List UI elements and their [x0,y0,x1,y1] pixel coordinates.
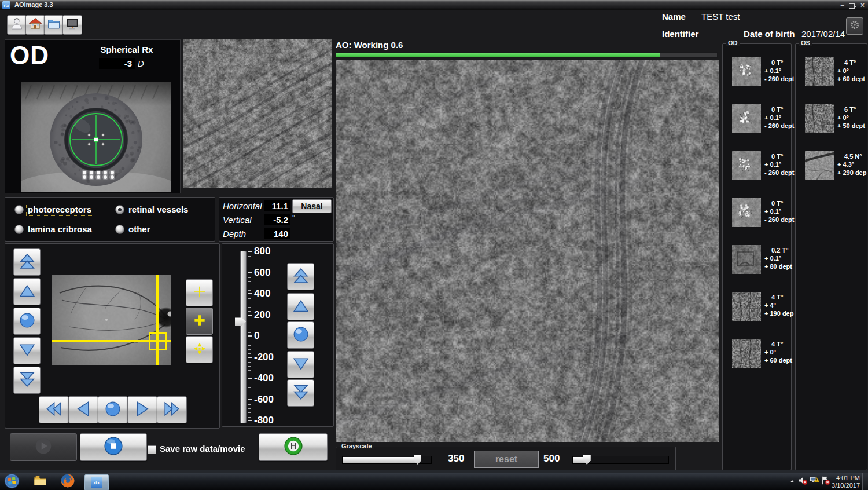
live-view-button[interactable] [62,15,82,35]
move-up-fast-button[interactable] [13,248,41,276]
depth-scale-minor-tick [248,307,251,308]
fundus-map[interactable] [52,275,171,365]
aoimage-app-icon: rtx [91,477,102,488]
grayscale-min-slider[interactable] [342,456,432,464]
radio-retinal-vessels[interactable]: retinal vessels [115,204,188,214]
od-thumbnail-item[interactable]: 0 T°+ 0.1°- 260 dept [731,104,791,136]
network-warning-tray-icon[interactable] [809,476,820,487]
tray-expand-icon[interactable] [789,478,796,485]
navigation-group [5,243,220,429]
move-right-fast-button[interactable] [157,396,187,423]
thumbnail-label: 0.2 T°+ 0.1°+ 80 dept [764,246,795,270]
move-up-button[interactable] [13,278,41,305]
taskbar-clock[interactable]: 4:01 PM 3/10/2017 [825,474,860,489]
radio-icon [115,205,124,214]
settings-button[interactable] [846,17,863,35]
right-arrow-icon [134,400,151,420]
thumbnail-label: 4 T°+ 0°+ 60 dept [764,340,795,364]
radio-lamina-cribrosa[interactable]: lamina cribrosa [14,224,92,234]
od-thumbnail-item[interactable]: 0 T°+ 0.1°- 260 dept [731,198,791,229]
grayscale-group: Grayscale 350 reset 500 [336,447,676,471]
network-warning-icon [809,475,820,488]
start-button[interactable] [4,474,20,490]
home-button[interactable] [25,15,45,35]
patient-button[interactable] [7,15,27,35]
dob-value: 2017/02/14 [801,29,845,39]
radio-icon [14,225,24,234]
move-left-button[interactable] [68,396,98,423]
move-right-button[interactable] [127,396,157,423]
os-panel-label: OS [799,39,812,46]
od-thumbnail-item[interactable]: 0 T°+ 0.1°- 260 dept [731,57,791,89]
open-folder-button[interactable] [44,15,64,35]
small-fov-button[interactable] [186,279,213,306]
stop-button[interactable] [80,433,147,461]
depth-value: 140 [264,228,290,239]
depth-down-button[interactable] [287,351,314,378]
application-window: rtx AOimage 3.3 − × Name TEST test Ident… [0,0,868,490]
close-button[interactable]: × [860,1,865,9]
reset-button[interactable]: reset [474,451,539,468]
od-panel-label: OD [726,39,740,46]
left-arrow-icon [75,400,92,420]
save-raw-checkbox[interactable] [148,445,156,454]
firefox-taskbar-icon[interactable] [60,474,75,489]
title-bar: rtx AOimage 3.3 − × [0,0,868,10]
thumbnail-image [805,151,834,180]
depth-scale-minor-tick [248,392,251,392]
crosshair-vertical-line [156,275,159,365]
show-desktop-button[interactable] [862,473,868,490]
large-fov-button[interactable] [186,336,213,363]
os-thumbnail-item[interactable]: 4.5 N°+ 4.3°+ 290 dep [804,151,864,182]
depth-slider-track[interactable] [240,251,247,423]
depth-label: Depth [223,229,246,239]
minimize-button[interactable]: − [840,1,844,9]
medium-fov-button[interactable] [186,308,213,335]
depth-down-fast-button[interactable] [287,379,314,407]
depth-up-button[interactable] [287,293,314,320]
thumbnail-label: 0 T°+ 0.1°- 260 dept [764,199,795,224]
play-icon [34,437,53,458]
depth-up-fast-button[interactable] [287,263,314,290]
radio-icon [115,225,124,234]
slider-thumb[interactable] [583,455,591,465]
window-icon[interactable]: rtx [2,1,10,9]
aoimage-taskbar-button[interactable]: rtx [84,474,109,490]
move-down-button[interactable] [13,337,41,364]
depth-scale-minor-tick [248,370,251,371]
depth-scale-minor-tick [248,328,251,328]
position-group: Horizontal 11.1 ° Nasal Vertical -5.2 ° … [219,197,334,242]
double-left-arrow-icon [45,400,62,420]
od-thumbnail-item[interactable]: 4 T°+ 0°+ 60 dept [731,339,791,370]
radio-other[interactable]: other [115,224,150,234]
grayscale-max-slider[interactable] [572,456,669,464]
od-thumbnail-item[interactable]: 0.2 T°+ 0.1°+ 80 dept [731,245,791,276]
move-down-fast-button[interactable] [13,367,41,394]
os-thumbnail-item[interactable]: 4 T°+ 0°+ 60 dept [804,57,864,89]
center-horizontal-button[interactable] [98,396,128,423]
depth-scale-minor-tick [248,256,251,257]
center-vertical-button[interactable] [13,308,41,335]
imaging-mode-group: photoreceptors retinal vessels lamina cr… [5,197,215,242]
os-thumbnail-item[interactable]: 6 T°+ 0°+ 50 dept [804,104,864,136]
sphere-icon [104,400,122,420]
depth-center-button[interactable] [287,321,314,349]
restore-button[interactable] [849,2,856,8]
nasal-button[interactable]: Nasal [292,199,332,213]
od-thumbnail-item[interactable]: 4 T°+ 4°+ 190 dep [731,292,791,323]
radio-photoreceptors[interactable]: photoreceptors [14,204,91,214]
depth-scale-minor-tick [248,303,251,303]
folder-icon [32,474,48,490]
save-button[interactable] [259,433,328,461]
grayscale-min-value: 350 [448,453,464,465]
explorer-taskbar-icon[interactable] [32,475,48,489]
depth-scale-minor-tick [248,320,251,320]
od-thumbnail-item[interactable]: 0 T°+ 0.1°- 260 dept [731,151,791,182]
slider-fill [343,457,417,463]
move-left-fast-button[interactable] [39,396,69,423]
slider-thumb[interactable] [414,455,421,465]
caret-up-icon [789,477,796,487]
thumbnail-image [732,339,761,368]
depth-group: 8006004002000-200-400-600-800 [222,243,334,427]
volume-muted-tray-icon[interactable] [797,476,808,487]
